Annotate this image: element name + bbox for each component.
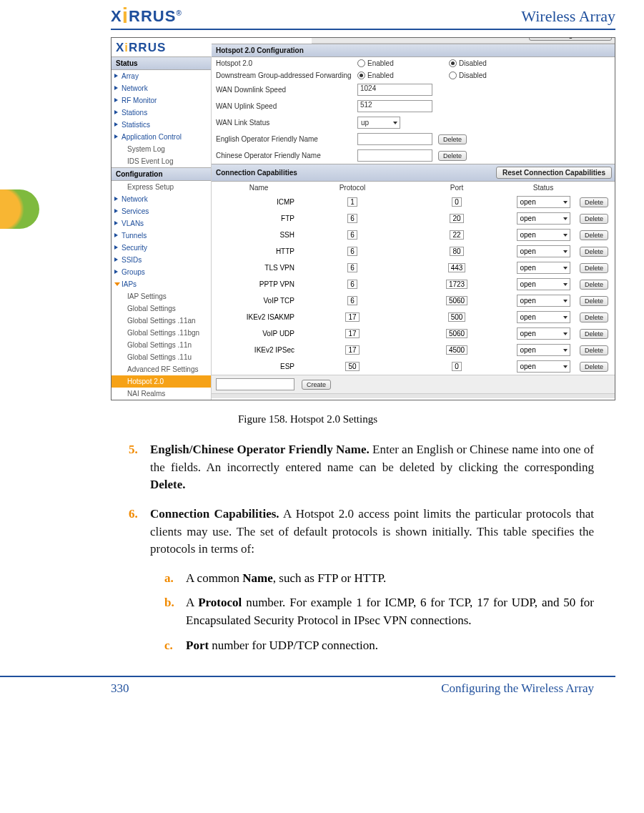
wan-link-select[interactable]: up [357, 117, 400, 129]
reset-capabilities-button[interactable]: Reset Connection Capabilities [496, 167, 612, 179]
sidebar-item-global-11bgn[interactable]: Global Settings .11bgn [112, 327, 211, 339]
radio-hotspot-enabled[interactable]: Enabled [357, 59, 422, 67]
ss-logo: XiRRUS [116, 41, 166, 55]
protocol-input[interactable]: 17 [345, 312, 359, 322]
port-input[interactable]: 20 [450, 214, 463, 223]
caret-right-icon [114, 122, 118, 127]
status-select[interactable]: open [517, 327, 570, 340]
sidebar-item-groups[interactable]: Groups [112, 266, 211, 278]
port-input[interactable]: 5060 [446, 296, 467, 305]
port-input[interactable]: 22 [450, 230, 463, 240]
status-select[interactable]: open [517, 295, 570, 307]
caret-right-icon [114, 221, 118, 225]
sidebar-item-vlans[interactable]: VLANs [112, 217, 211, 230]
table-row: SSH622openDelete [212, 227, 615, 243]
chevron-down-icon [563, 283, 568, 286]
wan-downlink-input[interactable]: 1024 [357, 84, 432, 96]
sidebar-item-global-11n[interactable]: Global Settings .11n [112, 339, 211, 351]
delete-row-button[interactable]: Delete [580, 230, 608, 240]
create-button[interactable]: Create [302, 380, 331, 390]
sidebar-item-ids-event-log[interactable]: IDS Event Log [112, 155, 211, 167]
sidebar-item-application-control[interactable]: Application Control [112, 131, 211, 143]
port-input[interactable]: 5060 [446, 329, 467, 338]
status-select[interactable]: open [517, 245, 570, 257]
delete-row-button[interactable]: Delete [580, 263, 608, 273]
radio-dgaf-enabled[interactable]: Enabled [357, 72, 422, 79]
page-tab [0, 189, 39, 229]
wan-uplink-input[interactable]: 512 [357, 100, 432, 112]
sidebar-item-statistics[interactable]: Statistics [112, 119, 211, 131]
port-input[interactable]: 0 [452, 362, 462, 371]
sidebar-item-iaps[interactable]: IAPs [112, 278, 211, 290]
port-input[interactable]: 443 [448, 263, 466, 272]
protocol-input[interactable]: 6 [347, 230, 357, 240]
chevron-down-icon [563, 332, 568, 335]
delete-row-button[interactable]: Delete [580, 345, 608, 355]
protocol-input[interactable]: 6 [347, 247, 357, 256]
sidebar-item-global-settings[interactable]: Global Settings [112, 302, 211, 315]
status-select[interactable]: open [517, 344, 570, 356]
protocol-input[interactable]: 6 [347, 214, 357, 223]
status-select[interactable]: open [517, 262, 570, 274]
protocol-input[interactable]: 6 [347, 296, 357, 305]
footer-title: Configuring the Wireless Array [441, 681, 594, 696]
sidebar-item-nai-realms[interactable]: NAI Realms [112, 388, 211, 400]
sidebar-item-network-config[interactable]: Network [112, 193, 211, 205]
new-name-input[interactable] [216, 378, 294, 390]
port-input[interactable]: 1723 [446, 280, 467, 289]
sub-item-b: b. A Protocol number. For example 1 for … [164, 594, 594, 629]
sidebar-item-stations[interactable]: Stations [112, 107, 211, 119]
row-chinese-name: Chinese Operator Friendly Name Delete [212, 147, 615, 164]
sidebar-item-hotspot20[interactable]: Hotspot 2.0 [112, 375, 211, 388]
delete-row-button[interactable]: Delete [580, 247, 608, 257]
sidebar-item-services[interactable]: Services [112, 205, 211, 217]
brand-logo: XiRRUS® [111, 7, 182, 26]
radio-hotspot-disabled[interactable]: Disabled [449, 59, 513, 67]
protocol-input[interactable]: 17 [345, 329, 359, 338]
status-select[interactable]: open [517, 278, 570, 290]
delete-row-button[interactable]: Delete [580, 197, 608, 207]
status-select[interactable]: open [517, 311, 570, 323]
sidebar-item-security[interactable]: Security [112, 242, 211, 254]
delete-chinese-button[interactable]: Delete [438, 151, 467, 161]
sidebar-item-advanced-rf[interactable]: Advanced RF Settings [112, 363, 211, 375]
chinese-name-input[interactable] [357, 149, 432, 162]
delete-row-button[interactable]: Delete [580, 214, 608, 224]
delete-row-button[interactable]: Delete [580, 362, 608, 372]
protocol-input[interactable]: 6 [347, 263, 357, 272]
port-input[interactable]: 4500 [446, 345, 467, 355]
protocol-input[interactable]: 50 [345, 362, 359, 371]
status-select[interactable]: open [517, 212, 570, 225]
sidebar-item-iap-settings[interactable]: IAP Settings [112, 290, 211, 302]
delete-row-button[interactable]: Delete [580, 280, 608, 290]
sidebar-item-global-11an[interactable]: Global Settings .11an [112, 315, 211, 327]
sidebar-item-system-log[interactable]: System Log [112, 143, 211, 155]
sidebar-item-network-status[interactable]: Network [112, 82, 211, 94]
spacer [212, 394, 615, 398]
delete-english-button[interactable]: Delete [438, 134, 467, 144]
protocol-input[interactable]: 1 [347, 197, 357, 207]
delete-row-button[interactable]: Delete [580, 312, 608, 322]
section-header-capabilities: Connection Capabilities Reset Connection… [212, 164, 615, 182]
protocol-input[interactable]: 6 [347, 280, 357, 289]
delete-row-button[interactable]: Delete [580, 329, 608, 339]
sidebar-item-rf-monitor[interactable]: RF Monitor [112, 94, 211, 107]
cap-name: TLS VPN [216, 264, 302, 272]
save-button[interactable]: Save changes to flash [529, 37, 612, 41]
status-select[interactable]: open [517, 229, 570, 241]
status-select[interactable]: open [517, 360, 570, 373]
port-input[interactable]: 500 [448, 312, 466, 322]
delete-row-button[interactable]: Delete [580, 296, 608, 306]
sidebar-item-array[interactable]: Array [112, 70, 211, 82]
status-select[interactable]: open [517, 196, 570, 208]
sidebar-item-global-11u[interactable]: Global Settings .11u [112, 351, 211, 363]
table-row: IKEv2 ISAKMP17500openDelete [212, 309, 615, 325]
english-name-input[interactable] [357, 133, 432, 145]
sidebar-item-ssids[interactable]: SSIDs [112, 254, 211, 266]
sidebar-item-tunnels[interactable]: Tunnels [112, 230, 211, 242]
sidebar-item-express-setup[interactable]: Express Setup [112, 181, 211, 193]
port-input[interactable]: 0 [452, 197, 462, 207]
radio-dgaf-disabled[interactable]: Disabled [449, 72, 513, 79]
protocol-input[interactable]: 17 [345, 345, 359, 355]
port-input[interactable]: 80 [450, 247, 463, 256]
